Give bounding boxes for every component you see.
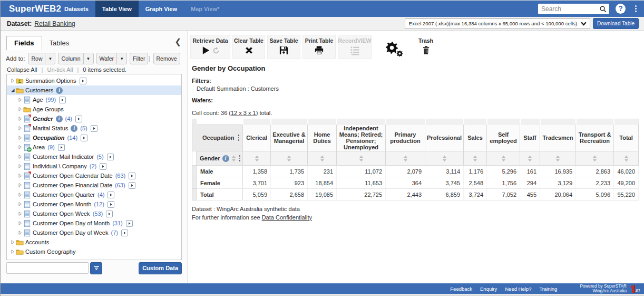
- help-icon[interactable]: ?: [616, 4, 626, 14]
- info-icon[interactable]: i: [71, 125, 77, 132]
- field-actions-icon[interactable]: [75, 116, 82, 122]
- add-to-wafer-dropdown[interactable]: Wafer▼: [96, 53, 128, 64]
- expand-twisty-icon[interactable]: [17, 97, 23, 102]
- field-actions-icon[interactable]: [80, 78, 86, 84]
- field-actions-icon[interactable]: [106, 211, 113, 217]
- tab-tables[interactable]: Tables: [42, 36, 77, 50]
- sort-cell[interactable]: [243, 151, 271, 166]
- field-actions-icon[interactable]: [59, 97, 66, 103]
- chevron-down-icon[interactable]: ▼: [83, 53, 93, 64]
- field-actions-icon[interactable]: [108, 192, 114, 198]
- trash-dropzone[interactable]: Trash: [415, 35, 437, 59]
- tree-item-individual-company[interactable]: Individual \ Company(2): [7, 161, 181, 171]
- tree-item-custom-geography[interactable]: Custom Geography: [7, 247, 181, 256]
- expand-twisty-icon[interactable]: [17, 230, 23, 235]
- save-table-button[interactable]: Save Table: [267, 35, 300, 59]
- nav-tab-table-view[interactable]: Table View: [95, 1, 139, 17]
- cell-menu-kebab-icon[interactable]: [237, 135, 241, 141]
- footer-link-enquiry[interactable]: Enquiry: [480, 286, 497, 292]
- field-actions-icon[interactable]: [108, 201, 114, 208]
- column-grip[interactable]: [576, 119, 614, 125]
- column-grip[interactable]: [464, 119, 487, 125]
- print-table-button[interactable]: Print Table: [303, 35, 336, 59]
- column-field-cell[interactable]: Occupation: [192, 125, 243, 151]
- clear-table-button[interactable]: Clear Table: [232, 35, 265, 59]
- tree-item-age-groups[interactable]: Age Groups: [7, 104, 181, 114]
- expand-twisty-icon[interactable]: [17, 107, 23, 112]
- row-grip[interactable]: [192, 166, 197, 177]
- footer-link-feedback[interactable]: Feedback: [450, 286, 472, 292]
- collapse-panel-icon[interactable]: ❮: [174, 37, 181, 46]
- info-icon[interactable]: i: [56, 87, 63, 94]
- nav-tab-map-view[interactable]: Map View*: [184, 1, 226, 17]
- add-to-column-dropdown[interactable]: Column▼: [58, 53, 93, 64]
- expand-twisty-icon[interactable]: [17, 183, 23, 188]
- export-format-select[interactable]: Excel 2007 (.xlsx)(max 16,384 columns x …: [405, 18, 590, 29]
- search-input[interactable]: [541, 4, 597, 14]
- cell-menu-kebab-icon[interactable]: [238, 155, 242, 161]
- column-grip[interactable]: [386, 119, 425, 125]
- row-field-cell[interactable]: Genderi: [197, 151, 243, 166]
- column-header[interactable]: Primary production: [386, 125, 425, 151]
- menu-kebab-icon[interactable]: [632, 4, 640, 13]
- info-icon[interactable]: i: [222, 155, 229, 162]
- column-grip[interactable]: [308, 119, 337, 125]
- chevron-down-icon[interactable]: ▼: [45, 53, 55, 64]
- field-actions-icon[interactable]: [100, 163, 106, 170]
- tree-item-marital-status[interactable]: Marital Statusi(5): [7, 123, 181, 133]
- nav-tab-graph-view[interactable]: Graph View: [139, 1, 184, 17]
- field-actions-icon[interactable]: [121, 230, 128, 236]
- dataset-link[interactable]: Retail Banking: [34, 20, 75, 27]
- column-grip[interactable]: [337, 119, 386, 125]
- retrieve-data-button[interactable]: Retrieve Data: [190, 35, 230, 59]
- column-grip[interactable]: [487, 119, 520, 125]
- column-header[interactable]: Clerical: [243, 125, 271, 151]
- data-confidentiality-link[interactable]: Data Confidentiality: [262, 214, 312, 221]
- field-actions-icon[interactable]: [107, 154, 114, 160]
- tab-fields[interactable]: Fields: [6, 36, 42, 50]
- tree-filter-button[interactable]: [90, 262, 102, 274]
- expand-twisty-icon[interactable]: [17, 173, 23, 178]
- expand-twisty-icon[interactable]: [9, 240, 16, 245]
- column-header[interactable]: Sales: [464, 125, 487, 151]
- expand-twisty-icon[interactable]: [17, 192, 23, 197]
- sort-cell[interactable]: [386, 151, 425, 166]
- expand-twisty-icon[interactable]: [17, 154, 23, 159]
- table-options-gear-icon[interactable]: [384, 35, 402, 59]
- column-grip[interactable]: [520, 119, 540, 125]
- add-to-row-dropdown[interactable]: Row▼: [28, 53, 55, 64]
- field-actions-icon[interactable]: [129, 182, 135, 189]
- tree-item-accounts[interactable]: Accounts: [7, 237, 181, 247]
- field-actions-icon[interactable]: [81, 135, 87, 141]
- column-header[interactable]: Professional: [425, 125, 464, 151]
- tree-item-gender[interactable]: Genderi(4): [7, 114, 181, 123]
- expand-twisty-icon[interactable]: [17, 164, 23, 169]
- tree-item-customer-mail-indicator[interactable]: Customer Mail Indicator(5): [7, 152, 181, 161]
- column-grip[interactable]: [425, 119, 464, 125]
- column-header[interactable]: Transport & Recreation: [576, 125, 614, 151]
- row-grip[interactable]: [192, 177, 197, 189]
- tree-item-customer-open-day-of-month[interactable]: Customer Open Day of Month(31): [7, 218, 181, 228]
- expand-twisty-icon[interactable]: [17, 145, 23, 150]
- column-grip[interactable]: [243, 119, 271, 125]
- sort-cell[interactable]: [614, 151, 639, 166]
- expand-twisty-icon[interactable]: [17, 126, 23, 131]
- column-header[interactable]: Executive & Managerial: [271, 125, 308, 151]
- sort-cell[interactable]: [487, 151, 520, 166]
- untick-all-link[interactable]: Un-tick All: [47, 66, 73, 73]
- column-header[interactable]: Self employed: [487, 125, 520, 151]
- tree-item-area[interactable]: Area(9): [7, 142, 181, 152]
- tree-item-occupation[interactable]: Occupation(14): [7, 133, 181, 142]
- download-table-button[interactable]: Download Table: [593, 18, 639, 29]
- remove-button[interactable]: Remove: [153, 53, 180, 64]
- tree-item-customer-open-quarter[interactable]: Customer Open Quarter(4): [7, 190, 181, 199]
- chevron-down-icon[interactable]: ▼: [116, 53, 126, 64]
- sort-cell[interactable]: [425, 151, 464, 166]
- collapse-twisty-icon[interactable]: [9, 88, 16, 93]
- column-header[interactable]: Total: [614, 125, 639, 151]
- expand-twisty-icon[interactable]: [17, 211, 23, 216]
- sort-cell[interactable]: [308, 151, 337, 166]
- expand-twisty-icon[interactable]: [17, 135, 23, 140]
- tree-item-customer-open-week[interactable]: Customer Open Week(53): [7, 209, 181, 218]
- tree-item-customer-open-month[interactable]: Customer Open Month(12): [7, 199, 181, 209]
